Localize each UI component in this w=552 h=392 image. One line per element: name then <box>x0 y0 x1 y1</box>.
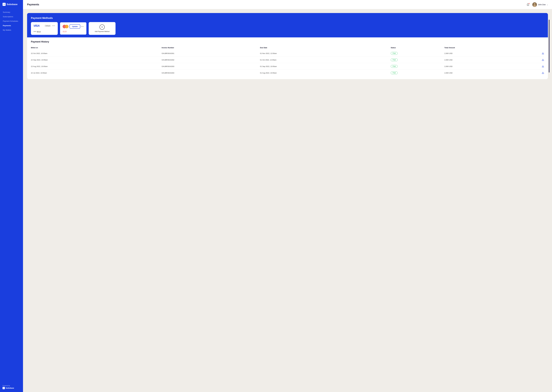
billed-on-cell: 22 Sep 2022, 10:00am <box>31 57 162 63</box>
default-badge: Default <box>44 25 51 27</box>
svg-point-2 <box>533 5 536 7</box>
visa-card-number: **** 9010 <box>34 31 55 33</box>
chevron-down-icon: ⌄ <box>547 4 548 6</box>
payment-history-table: Billed on Invoice Number Due Date Status… <box>31 46 544 76</box>
invoice-cell: OAUBR30U0282 <box>162 57 260 63</box>
download-cell <box>526 70 544 76</box>
due-date-cell: 01 Sep 2022, 10:00am <box>260 63 391 70</box>
sidebar-item-payment-schedules[interactable]: Payment Schedules <box>0 19 23 23</box>
table-row: 22 Sep 2022, 10:00am OAUBR30U0282 01 Oct… <box>31 57 544 63</box>
sidebar-footer-logo: S Subsbase <box>3 387 21 389</box>
sidebar-nav: Summary Subscriptions Payment Schedules … <box>0 9 23 382</box>
visa-card-header: VISA Default ••• <box>34 24 55 28</box>
user-name: John Doe <box>538 4 546 6</box>
due-date-cell: 01 Aug 2022, 10:00am <box>260 70 391 76</box>
payment-methods-row: VISA Default ••• **** 9010 <box>31 22 544 35</box>
sidebar-item-summary[interactable]: Summary <box>0 10 23 14</box>
table-row: 22 Jul 2022, 10:00am OAUBR30U0284 01 Aug… <box>31 70 544 76</box>
visa-logo: VISA <box>34 24 39 28</box>
status-badge: Paid <box>391 58 398 61</box>
visa-card: VISA Default ••• **** 9010 <box>31 22 58 35</box>
status-cell: Paid <box>391 70 444 76</box>
sidebar-footer: Powered by S Subsbase <box>0 382 23 392</box>
add-payment-card[interactable]: + Add Payment Method <box>89 22 116 35</box>
sidebar-item-payments[interactable]: Payments <box>0 23 23 28</box>
app-name: Subsbase <box>7 3 17 6</box>
status-badge: Paid <box>391 71 398 74</box>
powered-by-text: Powered by <box>3 385 10 386</box>
mastercard-icon <box>63 25 68 28</box>
main-content: Payments John Doe ⌄ <box>23 0 552 392</box>
billed-on-cell: 22 Jul 2022, 10:00am <box>31 70 162 76</box>
download-button[interactable] <box>526 65 544 68</box>
table-row: 22 Aug 2022, 10:00am OAUBR30U0283 01 Sep… <box>31 63 544 70</box>
download-button[interactable] <box>526 72 544 74</box>
notification-dot <box>529 3 530 4</box>
sidebar-item-subscriptions[interactable]: Subscriptions <box>0 14 23 19</box>
col-due-date: Due Date <box>260 46 391 50</box>
add-payment-label: Add Payment Method <box>95 31 109 32</box>
page-title: Payments <box>27 3 39 6</box>
status-badge: Paid <box>391 65 398 68</box>
mastercard-header: Update ••• <box>63 24 84 28</box>
status-cell: Paid <box>391 63 444 70</box>
header-right: John Doe ⌄ <box>526 2 548 7</box>
sidebar-logo[interactable]: S Subsbase <box>0 0 23 9</box>
col-billed-on: Billed on <box>31 46 162 50</box>
logo-icon: S <box>3 3 6 6</box>
payment-methods-section: Payment Methods VISA Default ••• <box>27 13 548 37</box>
notification-bell[interactable] <box>526 2 530 7</box>
col-status: Status <box>391 46 444 50</box>
download-cell <box>526 50 544 57</box>
sidebar-item-my-wallets[interactable]: My Wallets <box>0 28 23 32</box>
mc-circle-yellow <box>65 25 68 28</box>
invoice-cell: OAUBR30U0283 <box>162 63 260 70</box>
user-menu[interactable]: John Doe ⌄ <box>532 2 548 7</box>
payment-methods-title: Payment Methods <box>31 17 544 20</box>
mastercard-card: Update ••• 3115 <box>60 22 87 35</box>
billed-on-cell: 22 Aug 2022, 10:00am <box>31 63 162 70</box>
download-cell <box>526 63 544 70</box>
download-cell <box>526 57 544 63</box>
sidebar: S Subsbase Summary Subscriptions Payment… <box>0 0 23 392</box>
main-card: Payment Methods VISA Default ••• <box>27 13 548 79</box>
amount-cell: 2,000 USD <box>444 57 526 63</box>
footer-app-name: Subsbase <box>6 387 14 389</box>
page-header: Payments John Doe ⌄ <box>23 0 552 9</box>
payment-history-section: Payment History Billed on Invoice Number… <box>27 37 548 79</box>
invoice-cell: OAUBR30U0284 <box>162 70 260 76</box>
mastercard-number: 3115 <box>63 30 84 33</box>
status-badge: Paid <box>391 52 398 55</box>
payment-history-title: Payment History <box>31 41 544 43</box>
download-button[interactable] <box>526 52 544 55</box>
amount-cell: 2,000 USD <box>444 50 526 57</box>
status-cell: Paid <box>391 57 444 63</box>
update-button[interactable]: Update <box>70 24 80 28</box>
invoice-cell: OAUBR30U0281 <box>162 50 260 57</box>
due-date-cell: 01 Oct 2022, 12:00am <box>260 57 391 63</box>
card-scrollbar[interactable] <box>549 20 549 72</box>
page-body: Payment Methods VISA Default ••• <box>23 9 552 392</box>
amount-cell: 2,000 USD <box>444 63 526 70</box>
avatar <box>532 2 537 7</box>
status-cell: Paid <box>391 50 444 57</box>
col-invoice: Invoice Number <box>162 46 260 50</box>
col-amount: Total Amount <box>444 46 526 50</box>
table-row: 22 Oct 2022, 10:00am OAUBR30U0281 01 Nov… <box>31 50 544 57</box>
amount-cell: 2,000 USD <box>444 70 526 76</box>
visa-menu-dots[interactable]: ••• <box>52 25 55 27</box>
avatar-image <box>532 2 537 7</box>
billed-on-cell: 22 Oct 2022, 10:00am <box>31 50 162 57</box>
footer-logo-icon: S <box>3 387 5 389</box>
svg-point-1 <box>534 3 535 5</box>
col-download <box>526 46 544 50</box>
add-icon: + <box>100 25 105 30</box>
due-date-cell: 01 Nov 2022, 12:00am <box>260 50 391 57</box>
mastercard-menu-dots[interactable]: ••• <box>81 25 84 28</box>
main-card-wrapper: Payment Methods VISA Default ••• <box>27 13 548 79</box>
download-button[interactable] <box>526 59 544 61</box>
